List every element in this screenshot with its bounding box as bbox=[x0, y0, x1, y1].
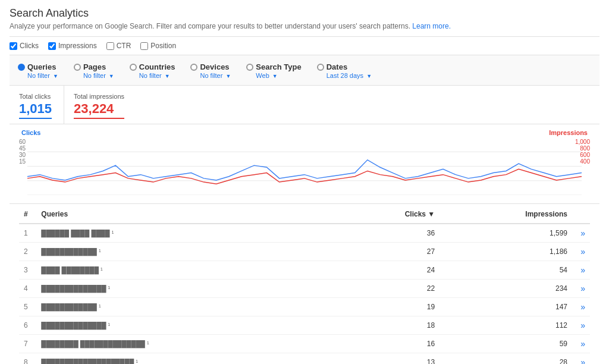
row-number: 3 bbox=[19, 261, 36, 280]
col-impressions[interactable]: Impressions bbox=[440, 204, 572, 224]
table-row[interactable]: 1██████ ████ ████ ¹361,599» bbox=[19, 224, 590, 243]
table-row[interactable]: 7████████ ██████████████ ¹1659» bbox=[19, 335, 590, 353]
row-query[interactable]: ██████████████ ¹ bbox=[36, 280, 338, 298]
metrics-bar: ClicksImpressionsCTRPosition bbox=[10, 36, 599, 55]
row-number: 6 bbox=[19, 316, 36, 335]
metric-position[interactable]: Position bbox=[140, 42, 176, 50]
row-impressions: 54 bbox=[440, 261, 572, 280]
chart-svg bbox=[27, 137, 582, 195]
row-clicks: 22 bbox=[338, 280, 440, 298]
row-action[interactable]: » bbox=[572, 280, 590, 298]
row-arrow-icon[interactable]: » bbox=[580, 357, 585, 364]
table-row[interactable]: 4██████████████ ¹22234» bbox=[19, 280, 590, 298]
filter-queries[interactable]: QueriesNo filter ▼ bbox=[10, 60, 68, 81]
filter-devices-radio bbox=[190, 64, 197, 71]
row-impressions: 28 bbox=[440, 353, 572, 365]
row-arrow-icon[interactable]: » bbox=[580, 265, 585, 275]
table-section: # Queries Clicks ▼ Impressions 1██████ █… bbox=[10, 204, 599, 364]
row-clicks: 24 bbox=[338, 261, 440, 280]
metric-position-checkbox[interactable] bbox=[140, 42, 148, 50]
table-body: 1██████ ████ ████ ¹361,599»2████████████… bbox=[19, 224, 590, 364]
row-number: 7 bbox=[19, 335, 36, 353]
filter-search-type-sub: Web ▼ bbox=[256, 72, 277, 79]
chart-y-labels-left: 60453015 bbox=[19, 139, 26, 165]
total-impressions-value: 23,224 bbox=[74, 101, 124, 119]
row-action[interactable]: » bbox=[572, 335, 590, 353]
filter-dates-label: Dates bbox=[327, 62, 347, 71]
filter-pages-radio bbox=[74, 64, 81, 71]
row-action[interactable]: » bbox=[572, 243, 590, 261]
row-arrow-icon[interactable]: » bbox=[580, 339, 585, 349]
row-impressions: 59 bbox=[440, 335, 572, 353]
row-impressions: 1,599 bbox=[440, 224, 572, 243]
filter-dates-radio bbox=[317, 64, 324, 71]
metric-clicks[interactable]: Clicks bbox=[10, 42, 39, 50]
metric-ctr-checkbox[interactable] bbox=[106, 42, 114, 50]
table-row[interactable]: 3████ ████████ ¹2454» bbox=[19, 261, 590, 280]
row-arrow-icon[interactable]: » bbox=[580, 302, 585, 312]
row-action[interactable]: » bbox=[572, 353, 590, 365]
filter-dates[interactable]: DatesLast 28 days ▼ bbox=[311, 60, 381, 81]
row-number: 1 bbox=[19, 224, 36, 243]
row-number: 8 bbox=[19, 353, 36, 365]
row-clicks: 36 bbox=[338, 224, 440, 243]
filter-countries-radio bbox=[130, 64, 137, 71]
table-header-row: # Queries Clicks ▼ Impressions bbox=[19, 204, 590, 224]
row-arrow-icon[interactable]: » bbox=[580, 321, 585, 330]
filter-devices-label: Devices bbox=[200, 62, 229, 71]
filter-dates-sub: Last 28 days ▼ bbox=[327, 72, 372, 79]
chart-svg-wrapper bbox=[27, 137, 582, 195]
row-clicks: 19 bbox=[338, 298, 440, 316]
row-query[interactable]: ██████████████ ¹ bbox=[36, 316, 338, 335]
row-impressions: 1,186 bbox=[440, 243, 572, 261]
table-row[interactable]: 6██████████████ ¹18112» bbox=[19, 316, 590, 335]
table-row[interactable]: 2████████████ ¹271,186» bbox=[19, 243, 590, 261]
metric-clicks-checkbox[interactable] bbox=[10, 42, 17, 50]
row-arrow-icon[interactable]: » bbox=[580, 247, 585, 256]
page-title: Search Analytics bbox=[10, 7, 599, 20]
table-row[interactable]: 5████████████ ¹19147» bbox=[19, 298, 590, 316]
col-num: # bbox=[19, 204, 36, 224]
page-wrapper: Search Analytics Analyze your performanc… bbox=[0, 0, 609, 364]
filter-search-type-label: Search Type bbox=[256, 62, 301, 71]
total-impressions-label: Total impressions bbox=[74, 93, 124, 100]
page-description: Analyze your performance on Google Searc… bbox=[10, 22, 599, 30]
row-impressions: 112 bbox=[440, 316, 572, 335]
table-row[interactable]: 8████████████████████ ¹1328» bbox=[19, 353, 590, 365]
total-clicks-box: Total clicks 1,015 bbox=[10, 86, 64, 124]
row-query[interactable]: ██████ ████ ████ ¹ bbox=[36, 224, 338, 243]
row-query[interactable]: ████████████████████ ¹ bbox=[36, 353, 338, 365]
total-clicks-label: Total clicks bbox=[19, 93, 52, 100]
filter-queries-radio bbox=[18, 64, 25, 71]
filter-search-type-radio bbox=[246, 64, 253, 71]
row-action[interactable]: » bbox=[572, 298, 590, 316]
row-arrow-icon[interactable]: » bbox=[580, 228, 585, 238]
filter-queries-label: Queries bbox=[27, 62, 56, 71]
learn-more-link[interactable]: Learn more. bbox=[412, 22, 451, 30]
row-query[interactable]: ████████ ██████████████ ¹ bbox=[36, 335, 338, 353]
row-query[interactable]: ████████████ ¹ bbox=[36, 298, 338, 316]
filter-devices[interactable]: DevicesNo filter ▼ bbox=[184, 60, 240, 81]
row-arrow-icon[interactable]: » bbox=[580, 284, 585, 293]
row-number: 5 bbox=[19, 298, 36, 316]
filter-search-type[interactable]: Search TypeWeb ▼ bbox=[240, 60, 310, 81]
row-query[interactable]: ████ ████████ ¹ bbox=[36, 261, 338, 280]
metric-ctr[interactable]: CTR bbox=[106, 42, 131, 50]
row-clicks: 13 bbox=[338, 353, 440, 365]
row-action[interactable]: » bbox=[572, 224, 590, 243]
chart-title-clicks: Clicks bbox=[21, 129, 40, 136]
filter-pages[interactable]: PagesNo filter ▼ bbox=[68, 60, 124, 81]
filter-countries[interactable]: CountriesNo filter ▼ bbox=[124, 60, 185, 81]
filter-countries-label: Countries bbox=[139, 62, 175, 71]
metric-impressions[interactable]: Impressions bbox=[48, 42, 97, 50]
chart-title-impressions: Impressions bbox=[549, 129, 588, 136]
filter-row: QueriesNo filter ▼PagesNo filter ▼Countr… bbox=[10, 55, 599, 86]
filter-pages-sub: No filter ▼ bbox=[83, 72, 114, 79]
col-clicks[interactable]: Clicks ▼ bbox=[338, 204, 440, 224]
metric-impressions-checkbox[interactable] bbox=[48, 42, 56, 50]
row-query[interactable]: ████████████ ¹ bbox=[36, 243, 338, 261]
row-action[interactable]: » bbox=[572, 261, 590, 280]
filter-queries-sub: No filter ▼ bbox=[27, 72, 58, 79]
row-clicks: 16 bbox=[338, 335, 440, 353]
row-action[interactable]: » bbox=[572, 316, 590, 335]
